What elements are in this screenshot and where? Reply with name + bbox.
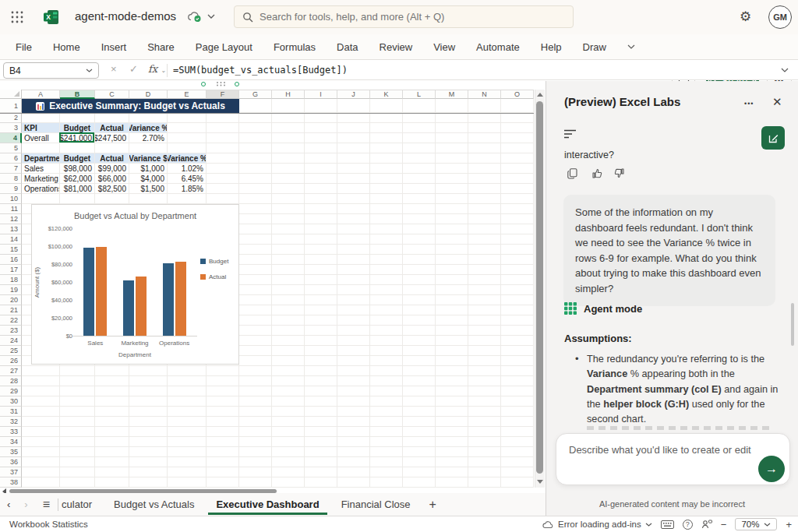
title-chevron-down-icon[interactable] [207, 14, 215, 19]
cell-K35[interactable] [370, 447, 403, 457]
cell-L32[interactable] [403, 417, 436, 427]
accessibility-people-icon[interactable] [701, 520, 712, 529]
thumbs-up-icon[interactable] [592, 168, 602, 178]
cell-I20[interactable] [305, 295, 337, 305]
cell-H16[interactable] [272, 255, 305, 265]
cell-L17[interactable] [403, 265, 436, 275]
cell-O25[interactable] [501, 346, 534, 356]
cell-A29[interactable] [22, 386, 60, 396]
cell-E2[interactable] [168, 113, 207, 123]
cell-C2[interactable] [95, 113, 129, 123]
cell-D27[interactable] [129, 366, 168, 376]
cell-J3[interactable] [337, 123, 370, 133]
cell-E8[interactable]: 6.45% [168, 174, 207, 184]
cell-L22[interactable] [403, 315, 436, 326]
cell-I27[interactable] [305, 366, 337, 376]
cell-L6[interactable] [403, 153, 436, 164]
chat-input-card[interactable] [556, 433, 790, 485]
cell-H5[interactable] [272, 143, 305, 153]
row-header-11[interactable]: 11 [0, 204, 22, 214]
cell-G23[interactable] [239, 326, 272, 336]
cell-G37[interactable] [239, 467, 272, 477]
cell-D29[interactable] [129, 386, 168, 396]
row-header-29[interactable]: 29 [0, 386, 22, 396]
cell-I6[interactable] [305, 153, 337, 164]
cell-K28[interactable] [370, 376, 403, 386]
cell-H13[interactable] [272, 224, 305, 234]
cell-C3[interactable]: Actual [95, 123, 129, 133]
cell-A31[interactable] [22, 407, 60, 417]
cell-H23[interactable] [272, 326, 305, 336]
cell-N9[interactable] [468, 184, 501, 194]
cell-C37[interactable] [95, 467, 129, 477]
row-header-34[interactable]: 34 [0, 437, 22, 447]
cell-I29[interactable] [305, 386, 337, 396]
cell-K26[interactable] [370, 356, 403, 366]
selection-handle-right[interactable] [235, 82, 239, 86]
cell-C4[interactable]: $247,500 [95, 133, 129, 143]
cell-C9[interactable]: $82,500 [95, 184, 129, 194]
cell-H36[interactable] [272, 457, 305, 467]
cell-B29[interactable] [60, 386, 95, 396]
cell-N15[interactable] [468, 245, 501, 255]
cell-N22[interactable] [468, 315, 501, 326]
cell-B2[interactable] [60, 113, 95, 123]
cell-F5[interactable] [207, 143, 239, 153]
cell-J1[interactable] [337, 99, 370, 113]
formula-input[interactable]: =SUM(budget_vs_actuals[Budget]) [173, 65, 348, 76]
cell-M13[interactable] [436, 224, 468, 234]
name-box[interactable]: B4 [3, 62, 99, 79]
cell-L1[interactable] [403, 99, 436, 113]
cell-B9[interactable]: $81,000 [60, 184, 95, 194]
cell-B38[interactable] [60, 477, 95, 488]
row-header-23[interactable]: 23 [0, 326, 22, 336]
cell-K17[interactable] [370, 265, 403, 275]
cell-A8[interactable]: Marketing [22, 174, 60, 184]
cell-I8[interactable] [305, 174, 337, 184]
menu-home[interactable]: Home [53, 41, 80, 53]
row-header-2[interactable]: 2 [0, 113, 22, 123]
cell-H2[interactable] [272, 113, 305, 123]
cell-L26[interactable] [403, 356, 436, 366]
cell-M4[interactable] [436, 133, 468, 143]
cell-M22[interactable] [436, 315, 468, 326]
cell-L2[interactable] [403, 113, 436, 123]
cell-J10[interactable] [337, 194, 370, 204]
cell-M2[interactable] [436, 113, 468, 123]
cell-A5[interactable] [22, 143, 60, 153]
cell-G33[interactable] [239, 427, 272, 437]
cell-O32[interactable] [501, 417, 534, 427]
cell-F9[interactable] [207, 184, 239, 194]
cell-M20[interactable] [436, 295, 468, 305]
row-header-16[interactable]: 16 [0, 255, 22, 265]
cell-H30[interactable] [272, 396, 305, 407]
cell-K30[interactable] [370, 396, 403, 407]
column-header-J[interactable]: J [337, 90, 370, 99]
cell-I26[interactable] [305, 356, 337, 366]
cell-I31[interactable] [305, 407, 337, 417]
account-avatar[interactable]: GM [768, 5, 792, 29]
cell-H12[interactable] [272, 214, 305, 224]
cell-O6[interactable] [501, 153, 534, 164]
cell-L19[interactable] [403, 285, 436, 295]
cell-O38[interactable] [501, 477, 534, 488]
cell-J38[interactable] [337, 477, 370, 488]
cell-H21[interactable] [272, 305, 305, 315]
cell-B4[interactable]: $241,000 [60, 133, 95, 143]
cell-I3[interactable] [305, 123, 337, 133]
cell-O3[interactable] [501, 123, 534, 133]
cell-N17[interactable] [468, 265, 501, 275]
cell-H28[interactable] [272, 376, 305, 386]
cell-K14[interactable] [370, 234, 403, 245]
cell-I30[interactable] [305, 396, 337, 407]
embedded-chart[interactable]: Budget vs Actual by Department Amount ($… [31, 204, 239, 365]
column-header-L[interactable]: L [403, 90, 436, 99]
cell-F10[interactable] [207, 194, 239, 204]
cell-L13[interactable] [403, 224, 436, 234]
cell-J25[interactable] [337, 346, 370, 356]
cell-H26[interactable] [272, 356, 305, 366]
row-header-36[interactable]: 36 [0, 457, 22, 467]
cell-O14[interactable] [501, 234, 534, 245]
cell-O27[interactable] [501, 366, 534, 376]
cell-H32[interactable] [272, 417, 305, 427]
